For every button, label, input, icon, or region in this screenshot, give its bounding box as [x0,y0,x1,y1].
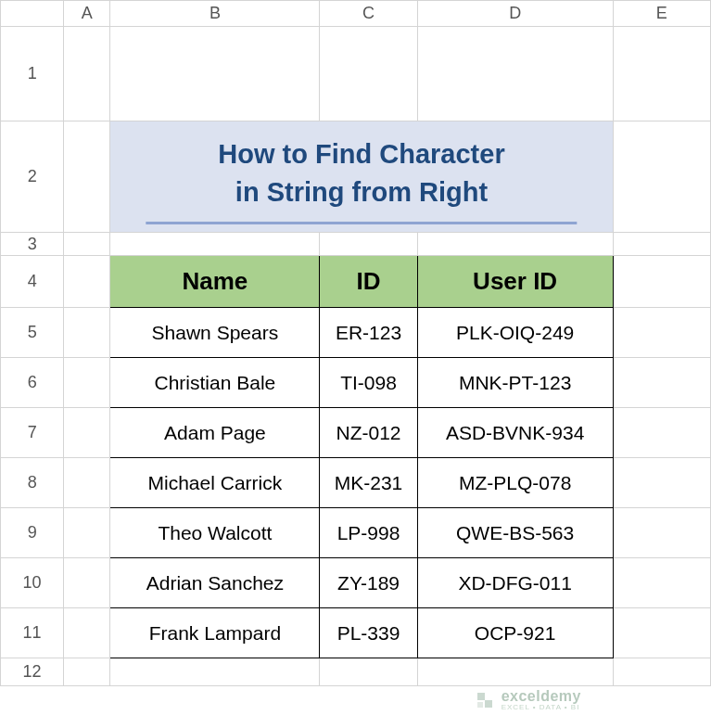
table-header-name[interactable]: Name [110,256,320,308]
cell-A10[interactable] [64,558,110,608]
cell-E4[interactable] [613,256,710,308]
row-header-12[interactable]: 12 [1,658,64,686]
cell-E3[interactable] [613,233,710,256]
cell-E11[interactable] [613,608,710,658]
title-underline [146,222,577,224]
watermark-logo-icon [474,689,496,711]
cell-A2[interactable] [64,121,110,233]
cell-E9[interactable] [613,508,710,558]
table-cell[interactable]: XD-DFG-011 [417,558,613,608]
table-cell[interactable]: OCP-921 [417,608,613,658]
row-header-7[interactable]: 7 [1,408,64,458]
row-header-8[interactable]: 8 [1,458,64,508]
table-cell[interactable]: ZY-189 [320,558,417,608]
cell-E6[interactable] [613,358,710,408]
cell-D1[interactable] [417,27,613,121]
table-cell[interactable]: ASD-BVNK-934 [417,408,613,458]
cell-E12[interactable] [613,658,710,686]
cell-E10[interactable] [613,558,710,608]
cell-A7[interactable] [64,408,110,458]
cell-E2[interactable] [613,121,710,233]
cell-E8[interactable] [613,458,710,508]
row-header-10[interactable]: 10 [1,558,64,608]
cell-C1[interactable] [320,27,417,121]
cell-A11[interactable] [64,608,110,658]
title-cell[interactable]: How to Find Character in String from Rig… [110,121,613,233]
watermark-brand: exceldemy [502,689,581,704]
col-header-B[interactable]: B [110,1,320,27]
row-header-1[interactable]: 1 [1,27,64,121]
cell-E1[interactable] [613,27,710,121]
cell-C12[interactable] [320,658,417,686]
table-cell[interactable]: MZ-PLQ-078 [417,458,613,508]
cell-B3[interactable] [110,233,320,256]
cell-D3[interactable] [417,233,613,256]
table-cell[interactable]: TI-098 [320,358,417,408]
cell-E7[interactable] [613,408,710,458]
cell-A9[interactable] [64,508,110,558]
table-cell[interactable]: MNK-PT-123 [417,358,613,408]
row-header-11[interactable]: 11 [1,608,64,658]
table-header-userid[interactable]: User ID [417,256,613,308]
cell-A3[interactable] [64,233,110,256]
col-header-E[interactable]: E [613,1,710,27]
cell-A8[interactable] [64,458,110,508]
cell-B1[interactable] [110,27,320,121]
row-header-3[interactable]: 3 [1,233,64,256]
table-cell[interactable]: Christian Bale [110,358,320,408]
cell-A5[interactable] [64,308,110,358]
row-header-5[interactable]: 5 [1,308,64,358]
table-cell[interactable]: Michael Carrick [110,458,320,508]
table-cell[interactable]: Adrian Sanchez [110,558,320,608]
watermark: exceldemy EXCEL • DATA • BI [474,689,581,711]
row-header-6[interactable]: 6 [1,358,64,408]
table-cell[interactable]: Theo Walcott [110,508,320,558]
cell-A1[interactable] [64,27,110,121]
table-cell[interactable]: ER-123 [320,308,417,358]
cell-C3[interactable] [320,233,417,256]
table-cell[interactable]: LP-998 [320,508,417,558]
table-header-id[interactable]: ID [320,256,417,308]
col-header-D[interactable]: D [417,1,613,27]
row-header-9[interactable]: 9 [1,508,64,558]
cell-D12[interactable] [417,658,613,686]
table-cell[interactable]: QWE-BS-563 [417,508,613,558]
table-cell[interactable]: Frank Lampard [110,608,320,658]
table-cell[interactable]: NZ-012 [320,408,417,458]
row-header-2[interactable]: 2 [1,121,64,233]
cell-B12[interactable] [110,658,320,686]
row-header-4[interactable]: 4 [1,256,64,308]
select-all-corner[interactable] [1,1,64,27]
title-line1: How to Find Character [218,139,504,169]
table-cell[interactable]: Shawn Spears [110,308,320,358]
title-line2: in String from Right [235,177,488,207]
cell-E5[interactable] [613,308,710,358]
col-header-C[interactable]: C [320,1,417,27]
cell-A12[interactable] [64,658,110,686]
cell-A6[interactable] [64,358,110,408]
watermark-sub: EXCEL • DATA • BI [502,704,581,711]
cell-A4[interactable] [64,256,110,308]
table-cell[interactable]: PLK-OIQ-249 [417,308,613,358]
table-cell[interactable]: MK-231 [320,458,417,508]
table-cell[interactable]: Adam Page [110,408,320,458]
spreadsheet-grid: A B C D E 1 2 How to Find Character in S… [0,0,711,686]
table-cell[interactable]: PL-339 [320,608,417,658]
col-header-A[interactable]: A [64,1,110,27]
